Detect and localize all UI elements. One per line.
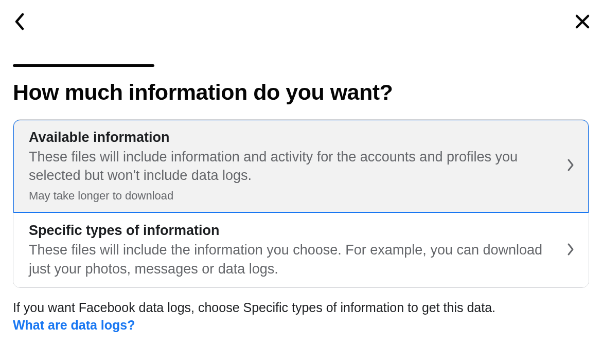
chevron-left-icon [14, 13, 25, 30]
main-content: How much information do you want? Availa… [0, 80, 602, 288]
option-note: May take longer to download [29, 188, 557, 204]
chevron-right-icon [567, 243, 574, 258]
option-description: These files will include the information… [29, 241, 557, 278]
option-title: Available information [29, 129, 557, 147]
option-available-information[interactable]: Available information These files will i… [13, 119, 589, 213]
progress-indicator [13, 64, 154, 67]
data-logs-link[interactable]: What are data logs? [13, 317, 135, 334]
option-specific-types[interactable]: Specific types of information These file… [13, 213, 589, 287]
top-bar [0, 0, 602, 41]
close-icon [575, 14, 590, 29]
option-description: These files will include information and… [29, 148, 557, 185]
footer-text: If you want Facebook data logs, choose S… [13, 300, 495, 315]
page-title: How much information do you want? [13, 80, 589, 105]
close-button[interactable] [572, 11, 593, 32]
options-group: Available information These files will i… [13, 119, 589, 288]
footer: If you want Facebook data logs, choose S… [0, 288, 602, 334]
chevron-right-icon [567, 158, 574, 174]
option-text: Available information These files will i… [29, 129, 567, 203]
back-button[interactable] [9, 11, 30, 32]
option-text: Specific types of information These file… [29, 222, 567, 278]
option-title: Specific types of information [29, 222, 557, 240]
